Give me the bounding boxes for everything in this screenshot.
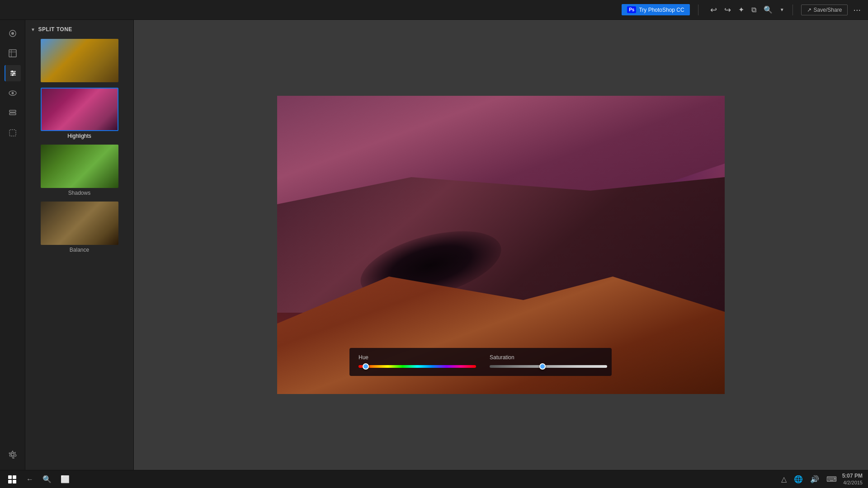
windows-logo (8, 475, 16, 483)
network-icon[interactable]: 🌐 (792, 473, 805, 485)
svg-point-10 (12, 74, 14, 76)
try-photoshop-button[interactable]: Ps Try PhotoShop CC (622, 4, 690, 15)
preset-label-shadows: Shadows (68, 190, 90, 196)
saturation-thumb[interactable] (539, 363, 546, 370)
undo-icon[interactable]: ↩ (710, 5, 717, 15)
left-toolbar (0, 20, 25, 470)
preset-thumb-shadows (41, 145, 118, 188)
taskbar: ← 🔍 ⬜ △ 🌐 🔊 ⌨ 5:07 PM 4/2/2015 (0, 470, 868, 488)
panel-collapse-arrow[interactable]: ▼ (31, 27, 35, 32)
preset-label-balance: Balance (70, 247, 89, 253)
more-options-button[interactable]: ··· (853, 5, 861, 15)
compare-icon[interactable]: ⧉ (751, 6, 756, 14)
start-button[interactable] (5, 473, 19, 486)
split-tone-panel: ▼ SPLIT TONE Highlights Shadows (25, 20, 134, 470)
preset-building[interactable] (41, 39, 118, 82)
thumb-bg-shadows (41, 145, 118, 188)
adjust-icon[interactable] (5, 65, 21, 81)
thumb-bg-balance (41, 202, 118, 245)
main-canvas: Hue Saturation (134, 20, 868, 470)
browse-icon[interactable] (5, 25, 21, 42)
crop-icon[interactable] (5, 45, 21, 61)
topbar-actions: ↩ ↪ ✦ ⧉ 🔍 ▼ (710, 5, 784, 15)
time-display: 5:07 PM (842, 473, 863, 480)
layers-icon[interactable] (5, 105, 21, 121)
hue-saturation-overlay: Hue Saturation (349, 348, 612, 376)
preset-thumb-building (41, 39, 118, 82)
svg-point-12 (11, 92, 14, 94)
preset-balance[interactable]: Balance (41, 202, 118, 253)
topbar-divider (698, 5, 698, 15)
svg-point-16 (11, 453, 14, 456)
hue-label: Hue (359, 354, 476, 361)
taskbar-right: △ 🌐 🔊 ⌨ 5:07 PM 4/2/2015 (779, 473, 863, 486)
topbar: Ps Try PhotoShop CC ↩ ↪ ✦ ⧉ 🔍 ▼ ↗ Save/S… (0, 0, 868, 20)
keyboard-icon[interactable]: ⌨ (825, 473, 839, 485)
save-share-label: Save/Share (814, 7, 842, 13)
svg-rect-14 (9, 113, 16, 115)
panel-header[interactable]: ▼ SPLIT TONE (25, 20, 133, 37)
save-share-button[interactable]: ↗ Save/Share (801, 5, 848, 15)
preset-thumb-highlights (41, 88, 118, 131)
preset-thumb-balance (41, 202, 118, 245)
hue-slider-group: Hue (359, 354, 476, 368)
preset-grid: Highlights Shadows Balance (25, 37, 133, 260)
saturation-label: Saturation (490, 354, 607, 361)
topbar-divider2 (793, 5, 793, 15)
saturation-slider-group: Saturation (490, 354, 607, 368)
thumb-bg-highlights (42, 89, 118, 130)
zoom-dropdown-icon[interactable]: ▼ (780, 7, 784, 12)
try-btn-label: Try PhotoShop CC (639, 7, 684, 13)
eye-icon[interactable] (5, 85, 21, 101)
svg-point-9 (13, 72, 15, 74)
thumb-bg-building (41, 39, 118, 82)
date-display: 4/2/2015 (842, 479, 863, 486)
sparkle-icon[interactable]: ✦ (738, 5, 744, 14)
svg-rect-2 (9, 50, 16, 57)
back-button[interactable]: ← (24, 474, 35, 485)
volume-icon[interactable]: 🔊 (808, 473, 821, 485)
svg-point-1 (11, 32, 14, 35)
preset-label-highlights: Highlights (67, 133, 91, 139)
hue-thumb[interactable] (363, 363, 369, 370)
redo-icon[interactable]: ↪ (724, 5, 731, 15)
zoom-icon[interactable]: 🔍 (764, 5, 773, 14)
search-button[interactable]: 🔍 (41, 473, 53, 485)
panel-title: SPLIT TONE (38, 26, 72, 33)
photo-container: Hue Saturation (277, 96, 725, 394)
saturation-track[interactable] (490, 365, 607, 368)
svg-rect-13 (9, 110, 16, 112)
notification-icon[interactable]: △ (779, 473, 788, 485)
ps-logo: Ps (627, 6, 636, 13)
svg-rect-15 (9, 130, 16, 136)
preset-shadows[interactable]: Shadows (41, 145, 118, 196)
preset-highlights[interactable]: Highlights (41, 88, 118, 139)
marquee-icon[interactable] (5, 125, 21, 141)
task-view-button[interactable]: ⬜ (59, 473, 71, 485)
settings-icon[interactable] (5, 446, 21, 463)
svg-point-8 (11, 70, 13, 72)
share-icon: ↗ (807, 7, 811, 13)
taskbar-time[interactable]: 5:07 PM 4/2/2015 (842, 473, 863, 486)
hue-track[interactable] (359, 365, 476, 368)
